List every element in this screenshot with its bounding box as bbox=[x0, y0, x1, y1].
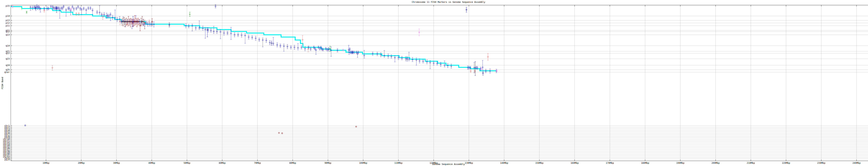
y-tick-label: q13 bbox=[6, 33, 10, 36]
chart-plot: 10Mbp20Mbp30Mbp40Mbp50Mbp60Mbp70Mbp80Mbp… bbox=[0, 0, 868, 167]
data-point bbox=[220, 30, 221, 39]
data-point bbox=[278, 132, 280, 134]
data-point bbox=[110, 13, 111, 21]
data-point bbox=[202, 26, 204, 30]
data-point bbox=[433, 61, 434, 65]
data-point bbox=[63, 5, 64, 8]
tick-labels: 10Mbp20Mbp30Mbp40Mbp50Mbp60Mbp70Mbp80Mbp… bbox=[3, 4, 861, 164]
data-point bbox=[262, 38, 264, 47]
y-tick-label: q25 bbox=[6, 68, 10, 71]
series-FHCRC bbox=[25, 6, 484, 126]
data-point bbox=[255, 36, 256, 40]
data-point bbox=[266, 38, 267, 43]
data-point bbox=[412, 57, 413, 62]
data-point bbox=[328, 48, 329, 51]
data-point bbox=[80, 7, 81, 10]
data-point bbox=[46, 7, 48, 10]
data-point bbox=[90, 7, 91, 9]
data-point bbox=[117, 18, 118, 22]
data-point bbox=[447, 63, 448, 68]
data-point bbox=[273, 37, 274, 45]
data-point bbox=[62, 7, 63, 10]
data-point bbox=[408, 52, 410, 61]
data-point bbox=[325, 47, 327, 50]
y-tick-label: q12 bbox=[6, 30, 10, 33]
data-point bbox=[96, 10, 98, 14]
grid bbox=[11, 5, 868, 161]
data-point bbox=[26, 11, 27, 13]
series-RPCI bbox=[12, 5, 497, 72]
data-point bbox=[191, 24, 193, 31]
y-tick-label: chrY bbox=[4, 159, 10, 161]
data-point bbox=[198, 21, 200, 30]
y-tick-label: p11 bbox=[6, 24, 10, 27]
data-point bbox=[216, 29, 218, 34]
data-point bbox=[85, 9, 87, 13]
assembly-line bbox=[11, 7, 496, 71]
data-point bbox=[468, 66, 470, 69]
data-point bbox=[60, 7, 62, 9]
data-point bbox=[21, 7, 22, 10]
x-axis-label: Genome Sequence Assembly bbox=[11, 163, 868, 165]
data-point bbox=[271, 41, 272, 45]
data-point bbox=[244, 33, 246, 43]
data-point bbox=[384, 51, 385, 57]
data-point bbox=[72, 5, 73, 8]
data-point bbox=[482, 60, 483, 69]
data-point bbox=[348, 45, 349, 51]
data-point bbox=[52, 65, 53, 70]
data-point bbox=[301, 46, 302, 49]
data-point bbox=[140, 24, 141, 31]
data-point bbox=[234, 33, 235, 37]
y-tick-label: p12 bbox=[6, 22, 10, 24]
data-point bbox=[372, 52, 373, 55]
data-point bbox=[283, 44, 284, 51]
data-point bbox=[277, 43, 278, 47]
data-point bbox=[76, 7, 77, 10]
data-point bbox=[151, 22, 152, 26]
y-tick-label: p15 bbox=[6, 4, 10, 7]
data-point bbox=[380, 53, 381, 57]
data-point bbox=[451, 64, 452, 68]
chart-title: Chromosome 11 FISH Markers vs Genome Seq… bbox=[11, 1, 868, 3]
data-point bbox=[32, 6, 33, 10]
data-point bbox=[48, 7, 49, 10]
y-tick-label: q24 bbox=[6, 64, 10, 66]
data-point bbox=[132, 16, 134, 27]
data-point bbox=[50, 5, 52, 8]
data-point bbox=[308, 46, 309, 49]
y-tick-label: qter bbox=[4, 71, 10, 74]
data-point bbox=[248, 35, 249, 39]
data-point bbox=[280, 44, 281, 48]
data-point bbox=[147, 22, 149, 26]
data-point bbox=[422, 59, 424, 63]
data-point bbox=[376, 52, 378, 56]
data-point bbox=[189, 12, 190, 16]
data-point bbox=[185, 24, 187, 28]
data-point bbox=[208, 28, 209, 32]
y-tick-label: q14 bbox=[6, 44, 10, 47]
data-point bbox=[169, 23, 170, 27]
data-point bbox=[107, 14, 108, 18]
data-point bbox=[99, 5, 100, 15]
data-point bbox=[426, 60, 428, 64]
data-point bbox=[318, 46, 319, 49]
data-point bbox=[213, 26, 214, 34]
data-point bbox=[119, 21, 121, 25]
series-SC bbox=[121, 16, 357, 134]
data-point bbox=[487, 53, 489, 60]
data-point bbox=[58, 7, 60, 9]
y-axis-label: FISH Band bbox=[1, 72, 4, 94]
data-point bbox=[430, 60, 431, 69]
series-NCI bbox=[30, 4, 497, 73]
data-point bbox=[149, 23, 151, 26]
data-point bbox=[207, 28, 208, 37]
data-point bbox=[237, 33, 239, 36]
data-point bbox=[59, 9, 60, 18]
y-tick-label: p13 bbox=[6, 19, 10, 22]
data-point bbox=[88, 7, 89, 9]
data-point bbox=[290, 46, 292, 49]
data-point bbox=[108, 14, 110, 18]
y-tick-label: q23 bbox=[6, 57, 10, 60]
data-point bbox=[401, 56, 403, 60]
